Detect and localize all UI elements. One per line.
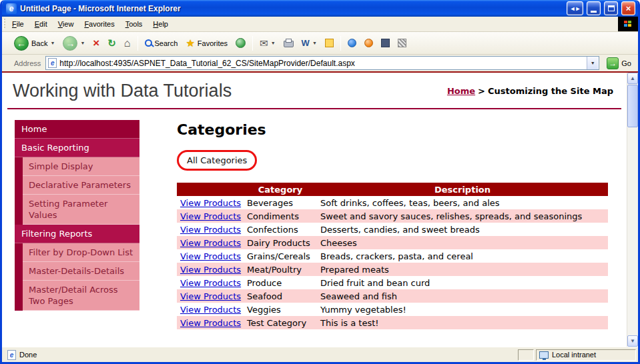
sidebar-item-basic-reporting[interactable]: Basic Reporting xyxy=(15,139,139,157)
mail-button[interactable]: ✉ ▼ xyxy=(256,36,279,50)
menu-favorites[interactable]: Favorites xyxy=(79,17,119,31)
word-edit-icon: W xyxy=(302,39,310,47)
description-cell: Cheeses xyxy=(317,236,608,249)
sidebar-nav: Home Basic Reporting Simple Display Decl… xyxy=(15,120,139,329)
back-caret-icon: ▼ xyxy=(50,41,55,45)
minimize-button[interactable] xyxy=(587,1,601,15)
local-intranet-icon xyxy=(539,351,549,359)
print-button[interactable] xyxy=(280,37,297,49)
view-products-link[interactable]: View Products xyxy=(180,291,241,301)
main-content: Categories All Categories Category Descr… xyxy=(139,120,627,329)
messenger-icon xyxy=(348,39,356,47)
browser-window: e Untitled Page - Microsoft Internet Exp… xyxy=(0,0,640,364)
description-cell: Breads, crackers, pasta, and cereal xyxy=(317,249,608,263)
menu-file[interactable]: File xyxy=(7,17,29,31)
stop-icon: × xyxy=(93,37,99,49)
sidebar-item-master-details-details[interactable]: Master-Details-Details xyxy=(15,262,139,281)
edit-button[interactable]: W ▼ xyxy=(298,37,320,49)
view-products-link[interactable]: View Products xyxy=(180,198,241,208)
view-products-link[interactable]: View Products xyxy=(180,251,241,261)
address-input[interactable]: e http://localhost:4935/ASPNET_Data_Tuto… xyxy=(45,56,599,70)
msn-button[interactable] xyxy=(361,37,376,49)
table-row: View Products Confections Desserts, cand… xyxy=(177,223,608,236)
search-button[interactable]: Search xyxy=(141,37,182,49)
standard-toolbar: ← Back ▼ → ▼ × ↻ ⌂ Search ★ Favorites ✉ … xyxy=(2,32,638,55)
sidebar-item-filtering-reports[interactable]: Filtering Reports xyxy=(15,225,139,243)
view-products-link[interactable]: View Products xyxy=(180,278,241,288)
toolbar-arrows-button[interactable]: ◄► xyxy=(567,1,583,15)
maximize-button[interactable] xyxy=(604,1,618,15)
vertical-scrollbar[interactable]: ▲ ▼ xyxy=(627,73,638,347)
category-cell: Veggies xyxy=(244,303,317,316)
description-cell: Soft drinks, coffees, teas, beers, and a… xyxy=(317,196,608,209)
back-label: Back xyxy=(31,39,47,47)
close-button[interactable]: × xyxy=(621,1,635,15)
menu-help[interactable]: Help xyxy=(147,17,174,31)
category-cell: Test Category xyxy=(244,316,317,329)
status-zone-panel: Local intranet xyxy=(536,349,636,361)
status-spacer-panel xyxy=(518,349,534,361)
status-text: Done xyxy=(19,351,37,359)
view-products-link[interactable]: View Products xyxy=(180,238,241,248)
home-button[interactable]: ⌂ xyxy=(121,36,134,51)
sidebar-item-master-detail-two-pages[interactable]: Master/Detail Across Two Pages xyxy=(15,281,139,311)
grid-button[interactable] xyxy=(394,37,410,49)
address-dropdown-button[interactable]: ▼ xyxy=(587,57,598,69)
address-url[interactable]: http://localhost:4935/ASPNET_Data_Tutori… xyxy=(59,59,584,68)
header-cell-empty xyxy=(177,183,244,196)
favorites-button[interactable]: ★ Favorites xyxy=(182,36,231,50)
menu-edit[interactable]: Edit xyxy=(29,17,53,31)
table-row: View Products Seafood Seaweed and fish xyxy=(177,289,608,303)
sidebar-item-simple-display[interactable]: Simple Display xyxy=(15,157,139,176)
all-categories-badge: All Categories xyxy=(177,150,257,171)
view-products-link[interactable]: View Products xyxy=(180,318,241,328)
menu-tools[interactable]: Tools xyxy=(120,17,148,31)
view-products-link[interactable]: View Products xyxy=(180,225,241,235)
browser-viewport: Working with Data Tutorials Home>Customi… xyxy=(2,71,638,347)
breadcrumb-home-link[interactable]: Home xyxy=(447,86,475,96)
view-products-link[interactable]: View Products xyxy=(180,211,241,221)
minimize-icon xyxy=(591,11,597,13)
status-bar: e Done Local intranet xyxy=(2,347,638,362)
view-products-link[interactable]: View Products xyxy=(180,265,241,275)
forward-icon: → xyxy=(63,36,77,51)
title-bar: e Untitled Page - Microsoft Internet Exp… xyxy=(2,0,638,17)
status-zone-text: Local intranet xyxy=(552,351,596,359)
description-cell: Desserts, candies, and sweet breads xyxy=(317,223,608,236)
scrollbar-track[interactable] xyxy=(627,84,638,335)
category-cell: Dairy Products xyxy=(244,236,317,249)
discuss-button[interactable] xyxy=(322,37,337,49)
scroll-up-button[interactable]: ▲ xyxy=(627,73,638,84)
menu-grip[interactable] xyxy=(3,19,5,29)
sidebar-indent-strip xyxy=(15,157,23,176)
sidebar-item-filter-by-dropdown-list[interactable]: Filter by Drop-Down List xyxy=(15,243,139,262)
research-button[interactable] xyxy=(378,37,393,49)
view-products-link[interactable]: View Products xyxy=(180,305,241,315)
messenger-button[interactable] xyxy=(344,37,360,49)
sidebar-item-setting-parameter-values[interactable]: Setting Parameter Values xyxy=(15,195,139,225)
stop-button[interactable]: × xyxy=(89,35,103,51)
category-cell: Confections xyxy=(244,223,317,236)
sidebar-indent-strip xyxy=(15,262,23,281)
home-icon: ⌂ xyxy=(124,38,131,49)
scroll-down-button[interactable]: ▼ xyxy=(627,335,638,347)
favorites-star-icon: ★ xyxy=(186,38,194,48)
ie-icon: e xyxy=(6,3,17,14)
toolbar-separator xyxy=(252,36,253,51)
forward-button[interactable]: → ▼ xyxy=(59,34,88,53)
refresh-button[interactable]: ↻ xyxy=(104,36,119,50)
maximize-icon xyxy=(608,5,615,11)
category-cell: Grains/Cereals xyxy=(244,249,317,263)
go-button[interactable]: → Go xyxy=(603,57,635,69)
table-row: View Products Dairy Products Cheeses xyxy=(177,236,608,249)
breadcrumb-current: Customizing the Site Map xyxy=(488,86,613,96)
back-button[interactable]: ← Back ▼ xyxy=(11,34,58,53)
history-button[interactable] xyxy=(232,36,249,50)
print-icon xyxy=(284,41,294,47)
sidebar-item-declarative-parameters[interactable]: Declarative Parameters xyxy=(15,176,139,195)
description-cell: Sweet and savory sauces, relishes, sprea… xyxy=(317,209,608,223)
sidebar-item-home[interactable]: Home xyxy=(15,120,139,139)
scrollbar-thumb[interactable] xyxy=(627,85,638,127)
menu-view[interactable]: View xyxy=(53,17,79,31)
sidebar-item-label: Simple Display xyxy=(23,157,139,176)
